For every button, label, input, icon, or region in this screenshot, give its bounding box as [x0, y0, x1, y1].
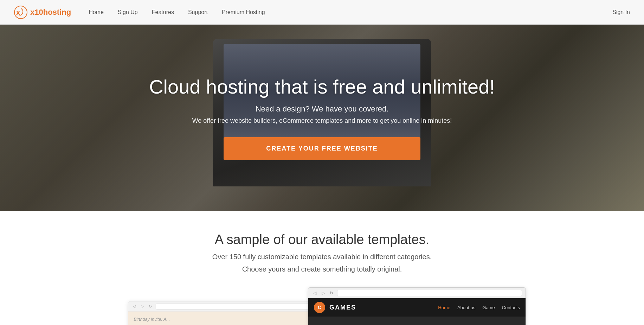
- browser-back-icon[interactable]: ◁: [131, 304, 137, 309]
- browser-mockups-row: ◁ ▷ ↻ Birthday Invite: A... ◁ ▷ ↻ C GAME: [14, 287, 630, 325]
- nav-item-features[interactable]: Features: [152, 9, 174, 15]
- templates-subtitle1: Over 150 fully customizable templates av…: [14, 253, 630, 261]
- logo-text: x10hosting: [30, 8, 71, 17]
- nav-item-support[interactable]: Support: [188, 9, 208, 15]
- logo[interactable]: x x10hosting: [14, 6, 71, 19]
- browser-url-bar-left: [156, 303, 311, 309]
- browser-forward-icon[interactable]: ▷: [140, 304, 145, 309]
- hero-title: Cloud hosting that is free and unlimited…: [149, 76, 495, 98]
- browser-refresh-icon[interactable]: ↻: [148, 304, 153, 309]
- browser-toolbar-center: ◁ ▷ ↻: [308, 288, 526, 298]
- games-logo-circle: C: [314, 302, 325, 313]
- templates-title: A sample of our available templates.: [14, 232, 630, 247]
- nav-item-signup[interactable]: Sign Up: [118, 9, 138, 15]
- hero-content: Cloud hosting that is free and unlimited…: [135, 76, 509, 160]
- birthday-template-text: Birthday Invite: A...: [134, 317, 170, 322]
- hero-section: Cloud hosting that is free and unlimited…: [0, 25, 644, 211]
- create-website-button[interactable]: CREATE YOUR FREE WEBSITE: [224, 137, 420, 160]
- nav-links: Home Sign Up Features Support Premium Ho…: [89, 9, 265, 15]
- browser-refresh-icon-center[interactable]: ↻: [329, 290, 334, 296]
- games-nav-game[interactable]: Game: [482, 305, 495, 310]
- navbar-left: x x10hosting Home Sign Up Features Suppo…: [14, 6, 265, 19]
- templates-subtitle2: Choose yours and create something totall…: [14, 265, 630, 273]
- games-template-header: C GAMES Home About us Game Contacts: [308, 298, 526, 317]
- browser-toolbar-left: ◁ ▷ ↻: [128, 301, 315, 312]
- browser-url-bar-center: [337, 290, 522, 296]
- games-nav-home[interactable]: Home: [438, 305, 450, 310]
- games-nav-contacts[interactable]: Contacts: [502, 305, 520, 310]
- games-nav: Home About us Game Contacts: [438, 305, 520, 310]
- signin-link[interactable]: Sign In: [612, 9, 630, 15]
- browser-mockup-left: ◁ ▷ ↻ Birthday Invite: A...: [128, 301, 315, 325]
- games-site-title: GAMES: [329, 304, 356, 311]
- birthday-template-content: Birthday Invite: A...: [128, 312, 315, 325]
- browser-forward-icon-center[interactable]: ▷: [320, 290, 326, 296]
- nav-item-premium[interactable]: Premium Hosting: [222, 9, 265, 15]
- nav-item-home[interactable]: Home: [89, 9, 104, 15]
- browser-mockup-center: ◁ ▷ ↻ C GAMES Home About us Game Contact…: [308, 287, 526, 325]
- templates-section: A sample of our available templates. Ove…: [0, 211, 644, 325]
- hero-description: We offer free website builders, eCommerc…: [149, 117, 495, 125]
- browser-back-icon-center[interactable]: ◁: [312, 290, 317, 296]
- games-template-body: [308, 317, 526, 325]
- logo-icon: x: [14, 6, 27, 19]
- navbar: x x10hosting Home Sign Up Features Suppo…: [0, 0, 644, 25]
- hero-subtitle: Need a design? We have you covered.: [149, 104, 495, 114]
- games-nav-about[interactable]: About us: [457, 305, 475, 310]
